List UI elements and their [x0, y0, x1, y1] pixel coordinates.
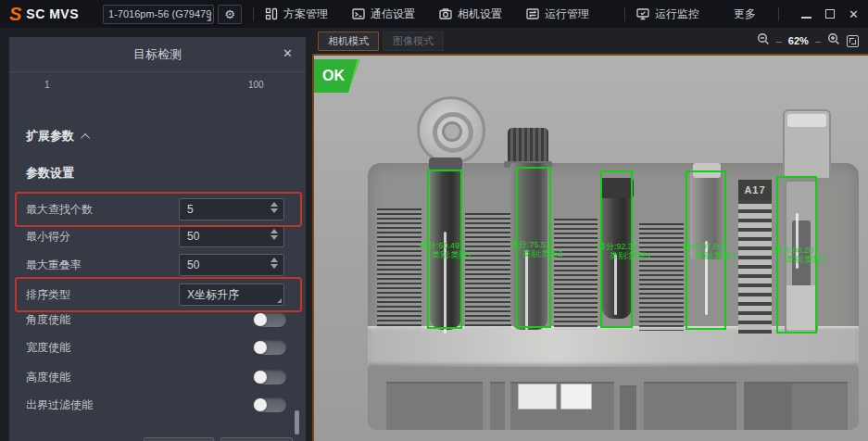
- out-of-bounds-filter-toggle[interactable]: [253, 397, 286, 412]
- spin-up-icon[interactable]: [270, 258, 278, 262]
- detection-class: 类别:类型1: [432, 250, 472, 259]
- slider-max-label: 100: [248, 80, 264, 90]
- rack-center-notch: [620, 385, 636, 430]
- tube2-screw-cap: [508, 128, 548, 163]
- detection-score: 得分:98.20: [774, 246, 826, 255]
- nav-run-management[interactable]: 运行管理: [526, 6, 589, 22]
- spinner-buttons[interactable]: [270, 258, 279, 269]
- nav-label: 运行监控: [655, 6, 699, 22]
- device-settings-button[interactable]: ⚙: [218, 5, 242, 24]
- field-label: 最小得分: [26, 225, 70, 247]
- dropdown-corner-icon: [207, 17, 211, 21]
- barcode-strip-vertical: [738, 200, 772, 334]
- detection-label-3: 得分:92.32 类别:类型3: [598, 242, 650, 260]
- scheme-icon: [265, 7, 278, 20]
- panel-bottom-button-left[interactable]: [144, 437, 214, 441]
- nav-scheme-management[interactable]: 方案管理: [265, 6, 328, 22]
- nav-label: 方案管理: [283, 6, 328, 22]
- rack-slot: [490, 382, 505, 430]
- nav-label: 运行管理: [545, 6, 589, 22]
- min-score-input[interactable]: 50: [179, 225, 284, 247]
- zoom-out-button[interactable]: [757, 32, 770, 49]
- fit-view-button[interactable]: [847, 35, 859, 47]
- gear-icon: ⚙: [224, 7, 235, 21]
- toggle-label: 宽度使能: [26, 340, 70, 355]
- detection-score: 得分:92.32: [598, 242, 650, 251]
- tube5-vial-top: [783, 109, 831, 180]
- detection-class: 类别:类型3: [610, 251, 650, 260]
- window-controls: ✕: [801, 8, 859, 20]
- zoom-controls: – 62% –: [757, 32, 862, 49]
- rack-slot: [744, 382, 792, 430]
- barcode-patch: [465, 213, 511, 329]
- panel-scrollbar[interactable]: [295, 410, 299, 435]
- highlight-box-max-count: [15, 192, 302, 227]
- divider: [778, 7, 779, 21]
- minimize-button[interactable]: [801, 10, 811, 19]
- image-viewport[interactable]: A17 得分:60.49: [312, 54, 868, 441]
- nav-label: 通信设置: [371, 6, 415, 22]
- toggle-label: 高度使能: [26, 370, 70, 384]
- detection-score: 得分:75.53: [510, 240, 563, 249]
- section-parameter-settings: 参数设置: [26, 165, 74, 182]
- height-enable-toggle[interactable]: [253, 370, 286, 384]
- zoom-in-button[interactable]: [827, 32, 840, 49]
- section-label: 参数设置: [26, 166, 74, 180]
- tab-image-mode[interactable]: 图像模式: [383, 32, 444, 51]
- detection-label-4: 得分:97.80 类别:类型4: [683, 242, 736, 260]
- device-select-value: 1-7016pm-56 (G79479: [108, 8, 211, 19]
- nav-communication-settings[interactable]: 通信设置: [352, 6, 415, 22]
- device-select[interactable]: 1-7016pm-56 (G79479: [103, 5, 214, 24]
- detection-score: 得分:60.49: [420, 241, 472, 250]
- tab-camera-mode[interactable]: 相机模式: [318, 32, 379, 51]
- panel-close-button[interactable]: ✕: [283, 46, 293, 60]
- collapse-caret-icon: [81, 133, 90, 143]
- separator-dash: –: [776, 35, 782, 46]
- section-label: 扩展参数: [26, 129, 74, 143]
- spin-down-icon[interactable]: [270, 264, 278, 269]
- width-enable-toggle[interactable]: [253, 340, 286, 355]
- viewer-tab-bar: 相机模式 图像模式 – 62% –: [312, 28, 868, 54]
- close-window-button[interactable]: ✕: [849, 8, 859, 20]
- rack-tag-label: A17: [738, 180, 772, 200]
- panel-bottom-button-right[interactable]: [220, 437, 293, 441]
- rack-slot-highlight: [518, 384, 557, 410]
- spin-up-icon[interactable]: [270, 229, 278, 233]
- brand-name: SC MVS: [26, 6, 79, 21]
- separator-dash: –: [815, 35, 821, 46]
- rack-slot: [644, 382, 736, 430]
- top-bar: S SC MVS 1-7016pm-56 (G79479 ⚙ 方案管理 通信设置…: [0, 0, 868, 28]
- toggle-label: 出界过滤使能: [26, 397, 93, 412]
- highlight-box-sort-type: [15, 277, 302, 312]
- barcode-patch: [639, 223, 684, 331]
- field-value: 50: [187, 230, 199, 243]
- barcode-patch: [377, 208, 421, 329]
- brand-logo-icon: S: [9, 0, 21, 28]
- divider: [253, 7, 254, 21]
- slider-min-label: 1: [44, 80, 50, 90]
- detection-class: 类别:类型5: [786, 255, 826, 264]
- flip-cap: [417, 96, 485, 165]
- max-overlap-input[interactable]: 50: [179, 254, 284, 276]
- sliders-icon: [526, 7, 539, 20]
- nav-camera-settings[interactable]: 相机设置: [439, 6, 502, 22]
- detection-label-1: 得分:60.49 类别:类型1: [420, 241, 472, 259]
- detection-class: 类别:类型4: [695, 251, 736, 260]
- camera-icon: [439, 7, 452, 20]
- barcode-patch: [554, 219, 598, 330]
- terminal-icon: [352, 7, 365, 20]
- angle-enable-toggle[interactable]: [253, 312, 286, 327]
- spinner-buttons[interactable]: [270, 229, 279, 240]
- nav-run-monitoring[interactable]: 运行监控: [636, 6, 699, 22]
- divider: [624, 7, 625, 21]
- field-value: 50: [187, 258, 199, 271]
- section-extended-params[interactable]: 扩展参数: [26, 128, 90, 145]
- more-menu[interactable]: 更多: [734, 6, 756, 22]
- maximize-button[interactable]: [825, 9, 835, 19]
- detection-score: 得分:97.80: [683, 242, 736, 251]
- camera-image-canvas[interactable]: A17 得分:60.49: [314, 56, 868, 441]
- spin-down-icon[interactable]: [270, 235, 278, 240]
- status-badge: OK: [314, 59, 360, 93]
- panel-header: 目标检测 ✕: [9, 37, 306, 72]
- panel-title: 目标检测: [9, 37, 306, 72]
